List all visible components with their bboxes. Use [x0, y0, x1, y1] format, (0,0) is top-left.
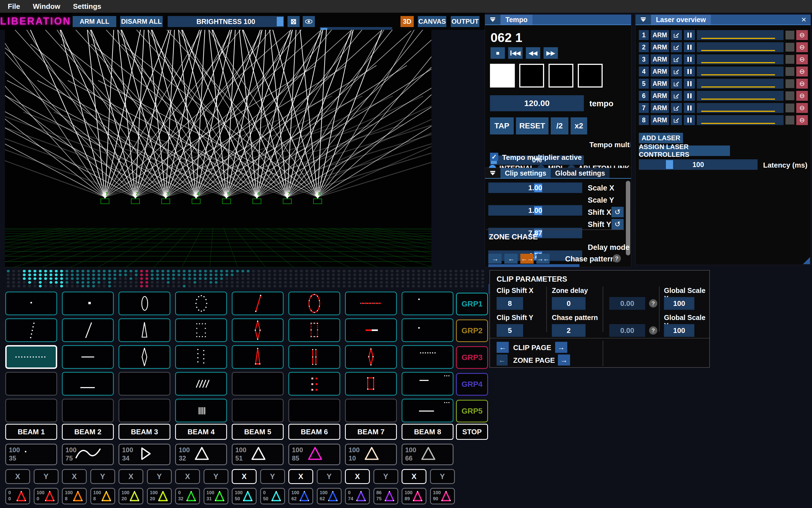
laser-number[interactable]: 1: [639, 30, 649, 40]
latency-slider[interactable]: 100: [639, 159, 758, 170]
color-preset[interactable]: 10089: [402, 488, 427, 504]
clip-cell[interactable]: [288, 399, 340, 422]
clip-cell[interactable]: [119, 372, 170, 396]
forward-button[interactable]: ▶▶: [543, 47, 558, 59]
laser-number[interactable]: 8: [639, 115, 649, 125]
axis-toggle-y[interactable]: Y: [317, 469, 342, 484]
zone-page-prev-button[interactable]: ←: [497, 354, 508, 366]
clip-cell[interactable]: [232, 345, 284, 369]
laser-3d-preview[interactable]: 12345678: [5, 30, 432, 267]
preview-button[interactable]: [303, 16, 315, 27]
tab-global-settings[interactable]: Global settings: [551, 168, 610, 178]
clip-cell[interactable]: [345, 292, 397, 315]
laser-disable-button[interactable]: ⊖: [796, 79, 808, 89]
laser-disable-button[interactable]: ⊖: [796, 54, 808, 64]
fader-cell[interactable]: 10051: [232, 444, 284, 465]
group-button-grp2[interactable]: GRP2: [456, 320, 488, 342]
laser-edit-button[interactable]: [671, 91, 682, 101]
chase-pattern-button[interactable]: →←: [536, 254, 550, 264]
laser-pause-button[interactable]: [684, 79, 695, 89]
clip-cell[interactable]: [175, 372, 227, 396]
beam-button-4[interactable]: BEAM 4: [175, 424, 227, 440]
beam-button-2[interactable]: BEAM 2: [62, 424, 114, 440]
blackout-button[interactable]: ⊠: [287, 16, 300, 27]
skip-start-button[interactable]: ◀◀: [508, 47, 523, 59]
canvas-button[interactable]: CANVAS: [418, 16, 446, 27]
color-preset[interactable]: 10090: [430, 488, 455, 504]
fader-cell[interactable]: 10035: [5, 444, 57, 465]
clip-cell[interactable]: [402, 292, 453, 315]
laser-edit-button[interactable]: [671, 103, 682, 113]
help-icon[interactable]: ?: [649, 299, 657, 307]
clip-cell[interactable]: [62, 345, 114, 369]
color-preset[interactable]: 074: [345, 488, 370, 504]
clip-cell[interactable]: [402, 399, 453, 422]
zone-page-next-button[interactable]: →: [558, 354, 570, 366]
add-laser-button[interactable]: ADD LASER: [639, 133, 683, 143]
laser-color-swatch[interactable]: [785, 91, 794, 100]
laser-number[interactable]: 7: [639, 103, 649, 113]
clip-cell[interactable]: [232, 372, 284, 396]
color-preset[interactable]: 1008: [90, 488, 115, 504]
laser-intensity-slider[interactable]: [697, 42, 783, 52]
clip-shift-y-field[interactable]: 5: [497, 324, 523, 337]
color-preset[interactable]: 00: [5, 488, 30, 504]
laser-color-swatch[interactable]: [785, 103, 794, 112]
clip-cell[interactable]: [232, 399, 284, 422]
rewind-button[interactable]: ◀◀: [526, 47, 540, 59]
clip-cell[interactable]: [288, 292, 340, 315]
laser-intensity-slider[interactable]: [697, 30, 783, 40]
color-preset[interactable]: 10020: [147, 488, 172, 504]
clip-cell[interactable]: [62, 399, 114, 422]
clip-cell[interactable]: [345, 318, 397, 342]
laser-number[interactable]: 4: [639, 67, 649, 77]
axis-toggle-x[interactable]: X: [62, 469, 87, 484]
axis-toggle-x[interactable]: X: [5, 469, 30, 484]
output-button[interactable]: OUTPUT: [451, 16, 480, 27]
laser-pause-button[interactable]: [684, 54, 695, 64]
chase-pattern-button[interactable]: ←→: [520, 254, 534, 264]
laser-arm-button[interactable]: ARM: [651, 67, 669, 77]
group-button-grp1[interactable]: GRP1: [456, 293, 488, 315]
laser-number[interactable]: 3: [639, 54, 649, 64]
laser-number[interactable]: 2: [639, 42, 649, 52]
fader-cell[interactable]: 10085: [288, 444, 340, 465]
tap-button[interactable]: TAP: [490, 117, 514, 134]
axis-toggle-x[interactable]: X: [232, 469, 256, 484]
axis-toggle-y[interactable]: Y: [34, 469, 58, 484]
double-tempo-button[interactable]: x2: [571, 117, 587, 134]
color-preset[interactable]: 10020: [119, 488, 143, 504]
axis-toggle-x[interactable]: X: [119, 469, 143, 484]
color-preset[interactable]: 050: [260, 488, 285, 504]
assign-laser-controllers-button[interactable]: ASSIGN LASER CONTROLLERS: [639, 145, 730, 156]
tab-clip-settings[interactable]: Clip settings: [500, 168, 551, 178]
laser-edit-button[interactable]: [671, 79, 682, 89]
laser-disable-button[interactable]: ⊖: [796, 103, 808, 113]
color-preset[interactable]: 10062: [288, 488, 313, 504]
global-scale-x-field[interactable]: 100: [664, 297, 694, 310]
axis-toggle-y[interactable]: Y: [430, 469, 455, 484]
clip-cell[interactable]: [402, 345, 453, 369]
clip-cell[interactable]: [62, 318, 114, 342]
axis-toggle-x[interactable]: X: [345, 469, 370, 484]
laser-arm-button[interactable]: ARM: [651, 42, 669, 52]
help-icon[interactable]: ?: [649, 326, 657, 335]
clip-cell[interactable]: [175, 345, 227, 369]
chase-pattern-field[interactable]: 2: [552, 324, 585, 337]
clip-cell[interactable]: [5, 292, 57, 315]
clip-cell[interactable]: [175, 292, 227, 315]
laser-intensity-slider[interactable]: [697, 103, 783, 113]
axis-toggle-y[interactable]: Y: [90, 469, 115, 484]
clip-cell[interactable]: [345, 372, 397, 396]
menu-file[interactable]: File: [8, 2, 20, 11]
laser-disable-button[interactable]: ⊖: [796, 115, 808, 125]
clip-cell[interactable]: [288, 372, 340, 396]
laser-pause-button[interactable]: [684, 30, 695, 40]
axis-toggle-y[interactable]: Y: [260, 469, 285, 484]
panel-collapse-icon[interactable]: [636, 15, 651, 25]
beam-button-5[interactable]: BEAM 5: [232, 424, 284, 440]
axis-toggle-y[interactable]: Y: [147, 469, 172, 484]
clip-cell[interactable]: [5, 318, 57, 342]
laser-color-swatch[interactable]: [785, 116, 794, 125]
laser-disable-button[interactable]: ⊖: [796, 42, 808, 52]
